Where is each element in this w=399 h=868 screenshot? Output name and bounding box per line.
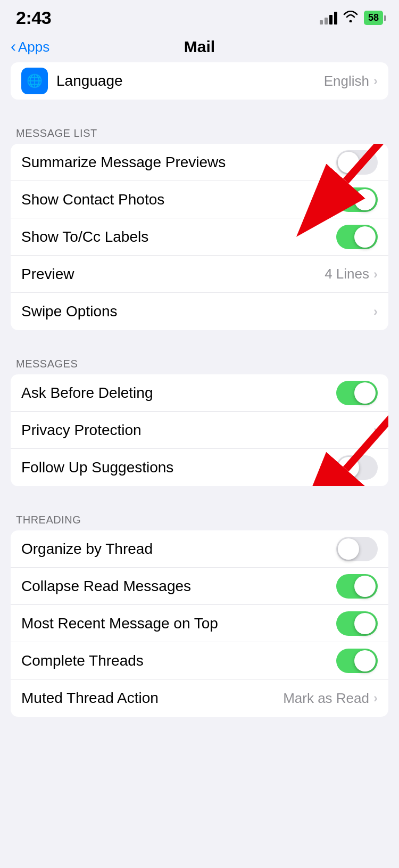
most-recent-message-on-top-row[interactable]: Most Recent Message on Top — [11, 605, 388, 642]
language-group: 🌐 Language English › — [11, 62, 388, 100]
message-list-header: MESSAGE LIST — [0, 116, 399, 144]
organize-by-thread-row[interactable]: Organize by Thread — [11, 530, 388, 568]
follow-up-suggestions-toggle[interactable] — [336, 455, 378, 480]
page-title: Mail — [184, 38, 215, 56]
summarize-toggle[interactable] — [336, 150, 378, 175]
organize-by-thread-label: Organize by Thread — [21, 541, 153, 558]
messages-group: Ask Before Deleting Privacy Protection ›… — [11, 374, 388, 486]
show-contact-photos-toggle[interactable] — [336, 187, 378, 212]
collapse-read-messages-label: Collapse Read Messages — [21, 578, 191, 595]
threading-group: Organize by Thread Collapse Read Message… — [11, 530, 388, 717]
muted-thread-action-value: Mark as Read — [283, 690, 369, 707]
battery-indicator: 58 — [364, 11, 383, 25]
preview-row[interactable]: Preview 4 Lines › — [11, 256, 388, 293]
back-button[interactable]: ‹ Apps — [11, 39, 49, 55]
toggle-knob — [354, 189, 376, 210]
ask-before-deleting-label: Ask Before Deleting — [21, 384, 153, 402]
complete-threads-toggle[interactable] — [336, 649, 378, 673]
messages-header: MESSAGES — [0, 346, 399, 374]
most-recent-message-on-top-label: Most Recent Message on Top — [21, 615, 218, 632]
swipe-options-row[interactable]: Swipe Options › — [11, 293, 388, 330]
toggle-knob — [354, 382, 376, 404]
organize-by-thread-toggle[interactable] — [336, 537, 378, 561]
most-recent-message-on-top-toggle[interactable] — [336, 611, 378, 636]
messages-section: MESSAGES Ask Before Deleting Privacy Pro… — [0, 346, 399, 486]
show-contact-photos-row[interactable]: Show Contact Photos — [11, 181, 388, 218]
preview-label: Preview — [21, 266, 74, 283]
language-chevron-icon: › — [373, 73, 378, 88]
toggle-knob — [354, 650, 376, 672]
summarize-message-previews-row[interactable]: Summarize Message Previews — [11, 144, 388, 181]
signal-icon — [320, 12, 337, 24]
swipe-options-label: Swipe Options — [21, 303, 118, 320]
toggle-knob — [338, 152, 359, 173]
threading-section: THREADING Organize by Thread Collapse Re… — [0, 502, 399, 717]
privacy-protection-label: Privacy Protection — [21, 422, 142, 439]
muted-thread-action-label: Muted Thread Action — [21, 690, 159, 707]
back-chevron-icon: ‹ — [11, 38, 16, 54]
status-bar: 2:43 58 — [0, 0, 399, 34]
status-time: 2:43 — [16, 7, 51, 28]
back-label: Apps — [18, 39, 49, 55]
show-contact-photos-label: Show Contact Photos — [21, 191, 164, 208]
message-list-group: Summarize Message Previews Show Contact … — [11, 144, 388, 330]
ask-before-deleting-toggle[interactable] — [336, 381, 378, 405]
toggle-knob — [354, 613, 376, 634]
collapse-read-messages-row[interactable]: Collapse Read Messages — [11, 568, 388, 605]
show-tocc-label: Show To/Cc Labels — [21, 228, 148, 245]
complete-threads-row[interactable]: Complete Threads — [11, 642, 388, 679]
muted-thread-action-chevron-icon: › — [373, 691, 378, 706]
collapse-read-messages-toggle[interactable] — [336, 574, 378, 599]
privacy-protection-chevron-icon: › — [373, 423, 378, 438]
complete-threads-label: Complete Threads — [21, 652, 144, 669]
privacy-protection-row[interactable]: Privacy Protection › — [11, 412, 388, 449]
message-list-section: MESSAGE LIST Summarize Message Previews … — [0, 116, 399, 330]
show-tocc-labels-row[interactable]: Show To/Cc Labels — [11, 218, 388, 256]
wifi-icon — [343, 11, 359, 26]
status-icons: 58 — [320, 11, 383, 26]
toggle-knob — [354, 226, 376, 248]
follow-up-suggestions-label: Follow Up Suggestions — [21, 459, 173, 476]
toggle-knob — [354, 576, 376, 597]
threading-header: THREADING — [0, 502, 399, 530]
summarize-label: Summarize Message Previews — [21, 154, 226, 171]
language-value: English — [324, 73, 369, 89]
toggle-knob — [338, 538, 359, 560]
toggle-knob — [338, 457, 359, 478]
preview-chevron-icon: › — [373, 267, 378, 282]
follow-up-suggestions-row[interactable]: Follow Up Suggestions — [11, 449, 388, 486]
language-label: Language — [56, 72, 123, 89]
preview-value: 4 Lines — [325, 266, 369, 282]
ask-before-deleting-row[interactable]: Ask Before Deleting — [11, 374, 388, 412]
muted-thread-action-row[interactable]: Muted Thread Action Mark as Read › — [11, 679, 388, 717]
language-icon: 🌐 — [21, 68, 48, 94]
navigation-bar: ‹ Apps Mail — [0, 34, 399, 62]
language-row[interactable]: 🌐 Language English › — [11, 62, 388, 100]
swipe-options-chevron-icon: › — [373, 304, 378, 319]
show-tocc-toggle[interactable] — [336, 225, 378, 249]
